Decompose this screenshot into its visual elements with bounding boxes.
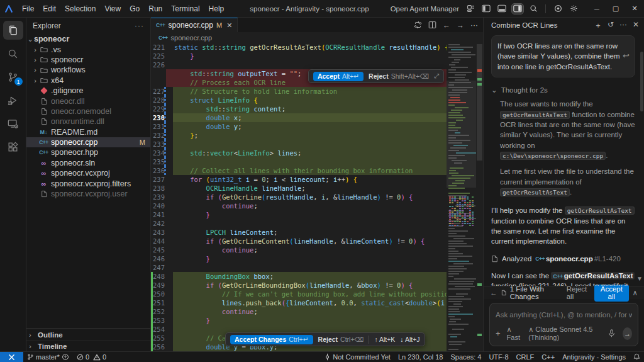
code-line-233[interactable]: 233 — [151, 140, 483, 149]
tree-item-sponeocr-vcxproj-user[interactable]: sponeocr.vcxproj.user — [26, 189, 150, 199]
code-line-249[interactable]: 249 if (GetOcrLineBoundingBox(lineHandle… — [151, 281, 483, 290]
commit-status[interactable]: Not Committed Yet — [320, 353, 394, 361]
breadcrumb[interactable]: C++ sponeocr.cpp — [151, 32, 483, 43]
minimap[interactable] — [447, 43, 476, 351]
toggle-bottom-panel-icon[interactable] — [496, 4, 508, 14]
code-line-248[interactable]: 248 BoundingBox bbox; — [151, 272, 483, 281]
new-conversation-icon[interactable]: ＋ — [594, 20, 602, 31]
menu-help[interactable]: Help — [204, 3, 229, 15]
menu-edit[interactable]: Edit — [38, 3, 60, 15]
code-line-250[interactable]: 250 // If we can't get bounding box, add… — [151, 290, 483, 298]
add-context-button[interactable]: + — [496, 329, 501, 338]
tree-item-oneocr-onemodel[interactable]: oneocr.onemodel — [26, 106, 150, 116]
code-line-253[interactable]: 253 } — [151, 316, 483, 325]
prev-change-button[interactable]: ↑ Alt+K — [374, 336, 395, 343]
language-mode[interactable]: C++ — [538, 353, 558, 361]
tab-sponeocr-cpp[interactable]: C++ sponeocr.cpp M ✕ — [151, 18, 238, 32]
model-selector[interactable]: ∧ Claude Sonnet 4.5 (Thinking) — [528, 325, 602, 341]
collapse-icon[interactable]: ∧ — [633, 288, 638, 297]
chat-input[interactable] — [496, 311, 632, 319]
next-change-button[interactable]: ↓ Alt+J — [400, 336, 419, 343]
tree-item-workflows[interactable]: ›workflows — [26, 65, 150, 75]
code-line-240[interactable]: 240 continue; — [151, 201, 483, 210]
scrollbar-thumb[interactable] — [477, 44, 482, 161]
maximize-button[interactable]: ▢ — [606, 0, 625, 17]
expand-icon[interactable]: ⤢ — [434, 72, 439, 80]
thought-toggle[interactable]: ⌄ Thought for 2s — [491, 85, 635, 95]
mode-selector[interactable]: ∧ Fast — [507, 325, 523, 341]
tree-item-sponeocr-cpp[interactable]: C++sponeocr.cppM — [26, 137, 150, 147]
editor-more-icon[interactable]: ··· — [470, 21, 478, 30]
menu-selection[interactable]: Selection — [60, 3, 100, 15]
code-line-221[interactable]: 221static std::string getOcrResultAsText… — [151, 43, 483, 52]
accept-hunk-button[interactable]: AcceptAlt+↵ — [313, 72, 364, 81]
activity-source-control-icon[interactable]: 1 — [3, 67, 23, 86]
code-line-239[interactable]: 239 if (GetOcrLine(resultHandle, i, &lin… — [151, 193, 483, 201]
file-reference[interactable]: C++getOcrResultAsText — [551, 272, 635, 280]
menu-view[interactable]: View — [100, 3, 125, 15]
navigate-forward-icon[interactable]: → — [457, 21, 464, 30]
code-line-235[interactable]: 235 — [151, 157, 483, 166]
analyzed-tool-call[interactable]: Analyzed C++sponeocr.cpp#L1-420 — [491, 254, 635, 264]
panel-close-icon[interactable]: ✕ — [633, 20, 639, 31]
code-editor[interactable]: 221static std::string getOcrResultAsText… — [151, 43, 483, 351]
accept-changes-button[interactable]: Accept ChangesCtrl+↵ — [230, 335, 313, 344]
timeline-section[interactable]: ›Timeline — [26, 340, 150, 351]
tree-item--gitignore[interactable]: .gitignore — [26, 86, 150, 96]
activity-run-debug-icon[interactable] — [3, 91, 23, 110]
open-changes-icon[interactable] — [414, 21, 422, 29]
reject-changes-button[interactable]: RejectCtrl+⌫ — [318, 336, 364, 343]
code-line-229[interactable]: 229 std::string content; — [151, 105, 483, 113]
sidebar-more-icon[interactable]: ··· — [135, 21, 144, 30]
outline-section[interactable]: ›Outline — [26, 329, 150, 340]
tree-item-readme-md[interactable]: M↓README.md — [26, 127, 150, 137]
tree-item-sponeocr-vcxproj[interactable]: ∞sponeocr.vcxproj — [26, 168, 150, 178]
code-line-245[interactable]: 245 continue; — [151, 246, 483, 254]
code-line-236[interactable]: 236 // Collect all lines with their boun… — [151, 166, 483, 175]
reject-all-button[interactable]: Reject all — [567, 285, 591, 300]
open-agent-manager-button[interactable]: Open Agent Manager — [391, 5, 459, 13]
code-line-244[interactable]: 244 if (GetOcrLineContent(lineHandle, &l… — [151, 237, 483, 246]
reject-hunk-button[interactable]: RejectShift+Alt+⌫ — [369, 72, 429, 80]
record-icon[interactable] — [552, 4, 564, 14]
restore-checkpoint-icon[interactable]: ↩ — [623, 50, 630, 62]
toggle-left-panel-icon[interactable] — [480, 4, 492, 14]
code-line-243[interactable]: 243 LPCCH lineContent; — [151, 228, 483, 237]
code-line-238[interactable]: 238 OCRLineHandle lineHandle; — [151, 184, 483, 193]
code-line-228[interactable]: 228 struct LineInfo { — [151, 96, 483, 105]
problems-indicator[interactable]: 0 0 — [73, 352, 110, 362]
history-icon[interactable]: ↺ — [608, 20, 614, 31]
tree-item-sponeocr-vcxproj-filters[interactable]: ∞sponeocr.vcxproj.filters — [26, 178, 150, 188]
eol-sequence[interactable]: CRLF — [513, 353, 538, 361]
send-button[interactable]: → — [623, 327, 632, 340]
encoding[interactable]: UTF-8 — [485, 353, 512, 361]
remote-indicator[interactable] — [0, 352, 23, 362]
notifications-bell-icon[interactable] — [630, 353, 644, 361]
code-line-241[interactable]: 241 } — [151, 210, 483, 219]
tree-item--vs[interactable]: ›.vs — [26, 44, 150, 54]
tree-item-sponeocr[interactable]: ›sponeocr — [26, 55, 150, 65]
split-editor-icon[interactable] — [428, 21, 436, 29]
changes-label[interactable]: 1 File With Changes — [510, 285, 563, 300]
tree-item-onnxruntime-dll[interactable]: onnxruntime.dll — [26, 116, 150, 127]
settings-sync[interactable]: Antigravity - Settings — [558, 353, 630, 361]
editor-scrollbar[interactable] — [476, 43, 483, 351]
search-icon[interactable] — [528, 4, 539, 14]
panel-scrollbar[interactable] — [640, 52, 643, 111]
settings-gear-icon[interactable] — [568, 4, 579, 14]
tree-item-sponeocr-sln[interactable]: ∞sponeocr.sln — [26, 158, 150, 168]
code-line-230[interactable]: 230 double x; — [151, 113, 483, 122]
conversation-area[interactable]: If two OCR lines are on the same row (ha… — [484, 33, 644, 286]
tree-item-x64[interactable]: ›x64 — [26, 76, 150, 86]
activity-explorer-icon[interactable] — [3, 21, 23, 40]
back-icon[interactable]: ← — [490, 289, 497, 297]
code-line-227[interactable]: 227 // Structure to hold line informatio… — [151, 87, 483, 96]
code-line-251[interactable]: 251 lines.push_back({lineContent, 0.0, s… — [151, 298, 483, 307]
navigate-back-icon[interactable]: ← — [443, 21, 450, 30]
close-button[interactable]: ✕ — [625, 0, 644, 17]
activity-remote-explorer-icon[interactable] — [3, 114, 23, 133]
tree-root-sponeocr[interactable]: ⌄sponeocr — [26, 34, 150, 44]
minimize-button[interactable]: ─ — [587, 0, 606, 17]
code-line-242[interactable]: 242 — [151, 219, 483, 228]
scroll-down-icon[interactable]: ▼ — [636, 274, 643, 283]
